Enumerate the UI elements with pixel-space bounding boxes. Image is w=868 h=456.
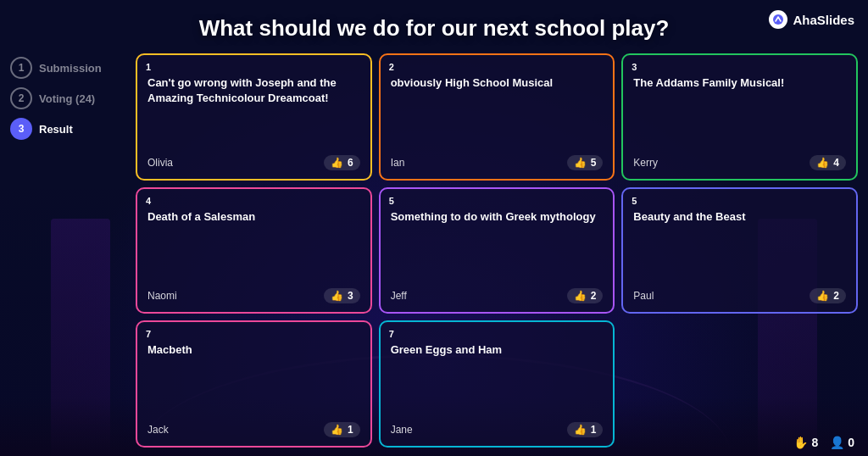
card-8: 7 Green Eggs and Ham Jane 👍 1	[379, 320, 615, 448]
card-votes: 👍 1	[567, 422, 604, 437]
card-author: Jane	[391, 424, 413, 436]
card-body: Macbeth	[147, 342, 360, 415]
person-icon: 👤	[830, 436, 844, 449]
card-text: Green Eggs and Ham	[391, 342, 604, 358]
vote-count: 6	[348, 157, 353, 169]
logo-text: AhaSlides	[793, 13, 854, 27]
logo: AhaSlides	[769, 10, 854, 29]
card-rank: 3	[632, 62, 637, 72]
hand-count-stat: ✋ 8	[793, 436, 818, 449]
card-footer: Olivia 👍 6	[147, 155, 360, 170]
card-author: Ian	[391, 157, 405, 169]
step-item-2[interactable]: 2Voting (24)	[10, 87, 129, 109]
card-author: Olivia	[147, 157, 173, 169]
card-rank: 2	[389, 62, 394, 72]
card-text: Beauty and the Beast	[633, 209, 846, 225]
vote-count: 2	[833, 290, 839, 302]
vote-count: 2	[591, 290, 597, 302]
hand-icon: ✋	[793, 436, 808, 449]
card-votes: 👍 1	[324, 422, 360, 437]
card-body: Can't go wrong with Joseph and the Amazi…	[147, 75, 360, 148]
card-body: Death of a Salesman	[147, 209, 360, 282]
card-footer: Naomi 👍 3	[147, 288, 360, 303]
card-votes: 👍 2	[567, 288, 604, 303]
card-footer: Paul 👍 2	[633, 288, 846, 303]
card-footer: Ian 👍 5	[391, 155, 604, 170]
step-item-1[interactable]: 1Submission	[10, 57, 129, 79]
step-circle-3: 3	[10, 118, 32, 140]
card-footer: Jeff 👍 2	[391, 288, 604, 303]
vote-count: 1	[348, 424, 353, 436]
card-2: 2 obviously High School Musical Ian 👍 5	[379, 53, 615, 181]
card-text: Death of a Salesman	[147, 209, 360, 225]
card-rank: 7	[146, 329, 151, 339]
logo-icon	[769, 10, 787, 29]
card-5: 5 Something to do with Greek mythology J…	[379, 187, 615, 314]
step-label-2: Voting (24)	[39, 92, 95, 105]
bottom-bar: ✋ 8 👤 0	[793, 436, 854, 449]
card-votes: 👍 3	[324, 288, 360, 303]
step-item-3[interactable]: 3Result	[10, 118, 129, 140]
person-count-stat: 👤 0	[830, 436, 854, 449]
card-4: 4 Death of a Salesman Naomi 👍 3	[136, 187, 372, 314]
step-circle-2: 2	[10, 87, 32, 109]
card-7: 7 Macbeth Jack 👍 1	[136, 320, 372, 448]
card-footer: Kerry 👍 4	[633, 155, 846, 170]
card-rank: 7	[389, 329, 394, 339]
card-footer: Jane 👍 1	[391, 422, 604, 437]
card-author: Jack	[147, 424, 169, 436]
card-author: Jeff	[391, 290, 407, 302]
thumbs-up-icon: 👍	[331, 290, 343, 302]
thumbs-up-icon: 👍	[816, 290, 829, 302]
card-body: Beauty and the Beast	[633, 209, 846, 282]
cards-grid: 1 Can't go wrong with Joseph and the Ama…	[136, 48, 858, 448]
vote-count: 1	[591, 424, 597, 436]
card-votes: 👍 4	[810, 155, 846, 170]
card-text: Can't go wrong with Joseph and the Amazi…	[147, 75, 360, 105]
main-content: 1Submission2Voting (24)3Result 1 Can't g…	[0, 48, 868, 456]
card-text: obviously High School Musical	[391, 75, 604, 91]
card-author: Naomi	[147, 290, 177, 302]
vote-count: 5	[591, 157, 597, 169]
step-circle-1: 1	[10, 57, 32, 79]
card-body: The Addams Family Musical!	[633, 75, 846, 148]
header: What should we do for our next school pl…	[0, 0, 868, 48]
vote-count: 3	[348, 290, 353, 302]
card-footer: Jack 👍 1	[147, 422, 360, 437]
card-1: 1 Can't go wrong with Joseph and the Ama…	[136, 53, 372, 181]
card-rank: 1	[146, 62, 151, 72]
card-votes: 👍 6	[324, 155, 360, 170]
card-body: obviously High School Musical	[391, 75, 604, 148]
hand-count: 8	[811, 436, 818, 449]
sidebar: 1Submission2Voting (24)3Result	[10, 48, 129, 448]
card-text: Something to do with Greek mythology	[391, 209, 604, 225]
person-count: 0	[848, 436, 854, 449]
card-rank: 5	[632, 196, 637, 206]
card-text: The Addams Family Musical!	[633, 75, 846, 91]
card-body: Something to do with Greek mythology	[391, 209, 604, 282]
thumbs-up-icon: 👍	[816, 157, 829, 169]
card-rank: 4	[146, 196, 151, 206]
card-rank: 5	[389, 196, 394, 206]
vote-count: 4	[833, 157, 839, 169]
card-author: Paul	[633, 290, 654, 302]
thumbs-up-icon: 👍	[331, 424, 343, 436]
thumbs-up-icon: 👍	[574, 424, 587, 436]
thumbs-up-icon: 👍	[331, 157, 343, 169]
card-6: 5 Beauty and the Beast Paul 👍 2	[621, 187, 858, 314]
thumbs-up-icon: 👍	[574, 290, 587, 302]
card-author: Kerry	[633, 157, 658, 169]
thumbs-up-icon: 👍	[574, 157, 587, 169]
step-label-3: Result	[39, 123, 73, 136]
card-votes: 👍 2	[810, 288, 846, 303]
step-label-1: Submission	[39, 62, 102, 75]
page-title: What should we do for our next school pl…	[199, 15, 670, 42]
card-body: Green Eggs and Ham	[391, 342, 604, 415]
card-text: Macbeth	[147, 342, 360, 358]
svg-point-0	[773, 14, 783, 25]
card-votes: 👍 5	[567, 155, 604, 170]
card-3: 3 The Addams Family Musical! Kerry 👍 4	[621, 53, 858, 181]
